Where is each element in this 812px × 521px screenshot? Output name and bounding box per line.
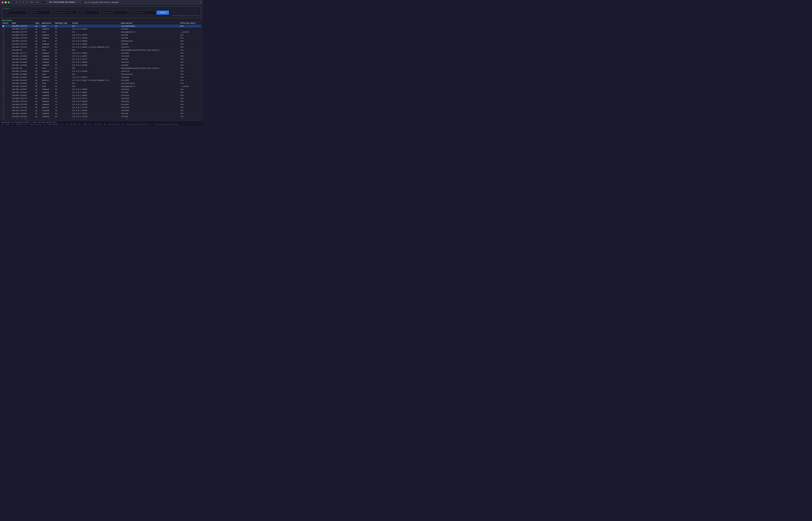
checkbox[interactable] [2,52,4,54]
add-tab-button[interactable]: + [200,1,201,4]
table-row[interactable]: shard02:1137779 op command 0s 127.0.0.1:… [2,28,201,31]
table-row[interactable]: shard01:1143984 op none 0s N/A Checkpoin… [2,73,201,76]
effective-users-input[interactable] [129,10,156,15]
row-select-cell[interactable] [2,79,11,82]
table-row[interactable]: shard01:36 op none 0s N/A OplogCapMainta… [2,67,201,70]
operation-input[interactable] [27,10,51,15]
checkbox[interactable] [2,67,4,69]
running-time-input[interactable] [52,10,77,15]
checkbox[interactable] [2,58,4,60]
row-select-cell[interactable] [2,28,11,31]
row-select-cell[interactable] [2,88,11,91]
row-select-cell[interactable] [2,82,11,85]
table-row[interactable]: shard02:1137733 op command 1s 127.0.0.1:… [2,100,201,103]
row-select-cell[interactable] [2,115,11,118]
description-input[interactable] [101,10,128,15]
checkbox[interactable] [2,49,4,51]
row-select-cell[interactable] [2,37,11,40]
row-select-cell[interactable] [2,67,11,70]
row-select-cell[interactable] [2,64,11,67]
clear-button[interactable]: Clear [157,10,169,15]
table-row[interactable]: shard02:1137760 op command 0s 127.0.0.1:… [2,37,201,40]
table-row[interactable]: shard02:1137614 op command 8s 127.0.0.1:… [2,112,201,115]
row-select-cell[interactable] [2,73,11,76]
row-select-cell[interactable] [2,106,11,109]
checkbox[interactable] [2,85,4,87]
row-select-cell[interactable] [2,49,11,52]
row-select-cell[interactable] [2,58,11,61]
checkbox[interactable] [2,82,4,84]
checkbox[interactable] [2,76,4,78]
table-row[interactable]: shard01:1144466 op getmore 0s 127.0.0.1:… [2,79,201,82]
client-input[interactable] [78,10,100,15]
checkbox[interactable] [2,55,4,57]
checkbox[interactable] [2,70,4,72]
checkbox[interactable] [2,100,4,102]
row-select-cell[interactable] [2,55,11,58]
table-row[interactable]: shard01:1144416 op command 1s 127.0.0.1:… [2,109,201,112]
checkbox[interactable] [2,46,4,48]
row-select-cell[interactable] [2,85,11,88]
table-row[interactable]: shard02:1137776 op command 0s 127.0.0.1:… [2,43,201,46]
checkbox[interactable] [2,43,4,45]
checkbox[interactable] [2,34,4,36]
checkbox[interactable] [2,104,4,105]
table-row[interactable]: shard02:1137772 op command 0s 127.0.0.1:… [2,34,201,37]
checkbox[interactable] [2,97,4,99]
row-select-cell[interactable] [2,40,11,43]
table-row[interactable]: shard02:1137747 op getmore 1s 127.0.0.1:… [2,97,201,100]
checkbox[interactable] [2,88,4,90]
row-select-cell[interactable] [2,109,11,112]
minimize-button[interactable] [5,1,7,3]
checkbox[interactable] [2,64,4,66]
table-row[interactable]: shard02:1137756 op command 1s 127.0.0.1:… [2,103,201,106]
table-row[interactable]: shard02:1137764 op none 0s N/A OplogAppl… [2,31,201,34]
table-row[interactable]: shard01:1144441 op command 0s 127.0.0.1:… [2,91,201,94]
checkbox[interactable] [2,107,4,108]
checkbox[interactable] [2,28,4,30]
checkbox[interactable] [2,110,4,111]
row-select-cell[interactable] [2,112,11,115]
checkbox[interactable] [2,73,4,75]
table-row[interactable]: shard02:1137618 op command 8s 127.0.0.1:… [2,115,201,118]
row-select-cell[interactable] [2,43,11,46]
table-row[interactable]: shard01:1144444 op none 0s N/A OplogAppl… [2,85,201,88]
maximize-button[interactable] [8,1,10,3]
row-select-cell[interactable] [2,31,11,34]
table-row[interactable]: shard01:1144456 op command 0s 127.0.0.1:… [2,55,201,58]
checkbox[interactable] [2,91,4,93]
row-select-cell[interactable] [2,100,11,103]
row-select-cell[interactable] [2,91,11,94]
table-container[interactable]: Select OpId Type Operation Running Time … [2,22,201,119]
checkbox[interactable] [2,31,4,33]
checkbox[interactable]: ■ [2,25,4,27]
close-button[interactable] [2,1,4,3]
row-select-cell[interactable] [2,94,11,97]
table-row[interactable]: shard01:1144452 op command 0s 127.0.0.1:… [2,76,201,79]
checkbox[interactable] [2,119,4,119]
row-select-cell[interactable] [2,46,11,49]
checkbox[interactable] [2,37,4,39]
table-row[interactable]: shard01:1144462 op command 0s 127.0.0.1:… [2,70,201,73]
table-row[interactable]: shard01:1144460 op command 0s 127.0.0.1:… [2,61,201,64]
table-row[interactable]: ■ shard02:1137778 op none 0s N/A Journal… [2,25,201,28]
row-select-cell[interactable] [2,76,11,79]
checkbox[interactable] [2,80,4,81]
row-select-cell[interactable] [2,34,11,37]
table-row[interactable]: shard01:1144459 op command 0s 127.0.0.1:… [2,64,201,67]
checkbox[interactable] [2,116,4,117]
table-row[interactable]: shard01:1144457 op command 0s 127.0.0.1:… [2,88,201,91]
opid-input[interactable] [3,10,26,15]
row-select-cell[interactable] [2,52,11,55]
row-select-cell[interactable] [2,118,11,119]
table-row[interactable]: shard01:1144441 op command 0s 127.0.0.1:… [2,94,201,97]
table-row[interactable]: shard02:1137750 op getmore 1s 127.0.0.1:… [2,106,201,109]
table-row[interactable]: shard01:1144461 op command 0s 127.0.0.1:… [2,58,201,61]
table-row[interactable]: shard02:1137781 op getmore 0s 127.0.0.1:… [2,46,201,49]
table-row[interactable]: shard01:1144296 op command 8s 127.0.0.1:… [2,118,201,119]
row-select-cell[interactable] [2,97,11,100]
checkbox[interactable] [2,113,4,114]
table-row[interactable]: shard02:1137777 op command 0s 127.0.0.1:… [2,52,201,55]
tab-tab1[interactable]: aws s3 rm s3://am11-search10-snapshots -… [13,1,47,4]
row-select-cell[interactable]: ■ [2,25,11,28]
